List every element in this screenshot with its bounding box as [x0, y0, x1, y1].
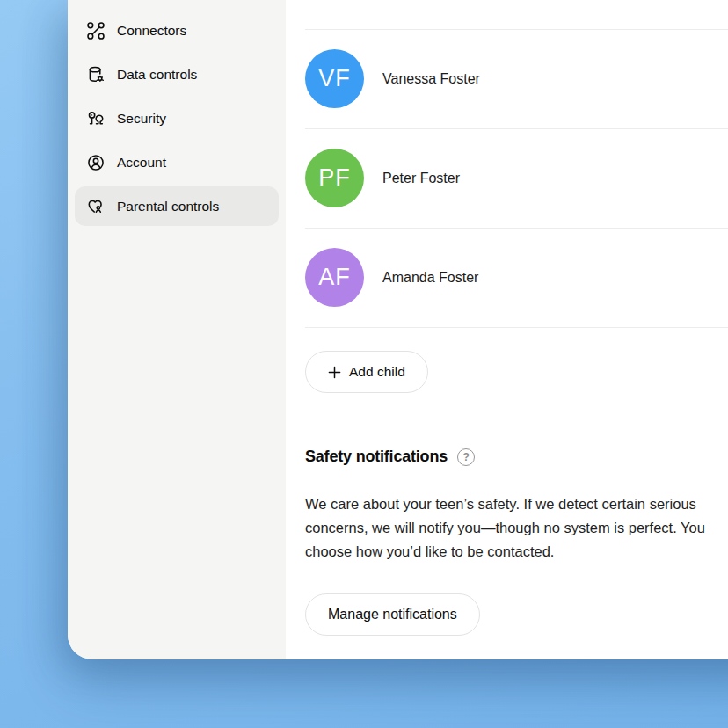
avatar: PF — [305, 149, 364, 207]
connectors-icon — [86, 21, 106, 40]
settings-sidebar: Connectors Data controls — [68, 0, 286, 659]
child-row-amanda[interactable]: AF Amanda Foster — [305, 229, 728, 327]
parental-controls-icon — [86, 197, 106, 216]
plus-icon — [328, 366, 341, 379]
child-row-peter[interactable]: PF Peter Foster — [305, 129, 728, 228]
sidebar-item-parental-controls[interactable]: Parental controls — [75, 186, 279, 226]
safety-description-line: choose how you’d like to be contacted. — [305, 540, 728, 564]
security-keys-icon — [86, 109, 106, 128]
sidebar-item-label: Data controls — [117, 67, 197, 83]
account-icon — [86, 153, 106, 172]
child-row-vanessa[interactable]: VF Vanessa Foster — [305, 30, 728, 128]
sidebar-item-label: Parental controls — [117, 199, 219, 215]
manage-notifications-button[interactable]: Manage notifications — [305, 593, 480, 636]
sidebar-item-label: Security — [117, 111, 166, 127]
avatar: AF — [305, 248, 364, 307]
section-title: Safety notifications — [305, 448, 448, 466]
sidebar-item-connectors[interactable]: Connectors — [75, 11, 279, 50]
avatar: VF — [305, 49, 364, 108]
person-name: Peter Foster — [382, 171, 460, 186]
add-child-button[interactable]: Add child — [305, 351, 428, 393]
sidebar-item-data-controls[interactable]: Data controls — [75, 55, 279, 94]
sidebar-item-label: Account — [117, 155, 166, 171]
data-controls-icon — [86, 65, 106, 84]
add-child-label: Add child — [349, 364, 405, 380]
safety-description-line: We care about your teen’s safety. If we … — [305, 492, 728, 516]
person-name: Vanessa Foster — [382, 71, 480, 87]
sidebar-item-label: Connectors — [117, 23, 186, 39]
sidebar-item-account[interactable]: Account — [75, 142, 279, 182]
safety-notifications-heading: Safety notifications ? — [305, 448, 728, 466]
sidebar-item-security[interactable]: Security — [75, 98, 279, 138]
divider — [305, 327, 728, 328]
manage-notifications-label: Manage notifications — [328, 607, 457, 622]
person-name: Amanda Foster — [382, 270, 478, 286]
parental-controls-content: VF Vanessa Foster PF Peter Foster AF Ama… — [286, 0, 728, 659]
help-icon[interactable]: ? — [457, 448, 475, 466]
safety-description: We care about your teen’s safety. If we … — [305, 492, 728, 564]
settings-panel: Connectors Data controls — [68, 0, 728, 659]
safety-description-line: concerns, we will notify you—though no s… — [305, 516, 728, 540]
